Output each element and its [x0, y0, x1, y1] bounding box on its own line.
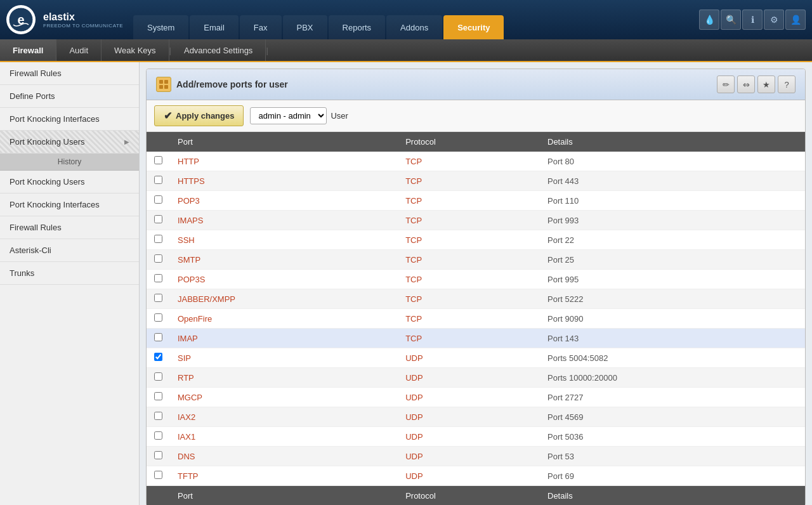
svg-rect-2	[159, 80, 163, 84]
user-label: User	[331, 111, 348, 121]
row-checkbox[interactable]	[154, 195, 162, 204]
topbar-icons: 💧 🔍 ℹ ⚙ 👤	[699, 10, 806, 30]
tfoot-empty	[147, 486, 170, 506]
row-checkbox[interactable]	[154, 372, 162, 381]
sidebar-history-port-knocking-interfaces[interactable]: Port Knocking Interfaces	[0, 193, 139, 216]
tab-reports[interactable]: Reports	[329, 15, 386, 39]
search-icon[interactable]: 🔍	[721, 10, 741, 30]
sidebar-history-port-knocking-users[interactable]: Port Knocking Users	[0, 171, 139, 193]
row-checkbox[interactable]	[154, 274, 162, 282]
sidebar-item-label: Trunks	[10, 268, 34, 278]
row-details: Port 80	[540, 152, 805, 171]
th-port: Port	[170, 132, 398, 152]
content: Add/remove ports for user ✏ ⇔ ★ ? ✔ Appl…	[140, 62, 812, 505]
logo-sub: FREEDOM TO COMMUNICATE	[43, 23, 123, 29]
subnav-weak-keys[interactable]: Weak Keys	[102, 39, 169, 61]
row-details: Port 5036	[540, 427, 805, 447]
subnav-advanced-settings[interactable]: Advanced Settings	[171, 39, 266, 61]
chevron-right-icon: ▶	[124, 138, 129, 145]
row-port: DNS	[170, 447, 398, 466]
row-checkbox[interactable]	[154, 313, 162, 322]
sidebar-history-firewall-rules[interactable]: Firewall Rules	[0, 216, 139, 239]
table-row: DNSUDPPort 53	[147, 447, 805, 466]
subnav-audit[interactable]: Audit	[56, 39, 102, 61]
row-checkbox[interactable]	[154, 254, 162, 263]
table-row: POP3TCPPort 110	[147, 191, 805, 211]
svg-rect-3	[164, 80, 168, 84]
row-checkbox-cell	[147, 309, 170, 329]
row-checkbox[interactable]	[154, 235, 162, 243]
table-row: TFTPUDPPort 69	[147, 466, 805, 486]
subnav-firewall[interactable]: Firewall	[0, 39, 56, 61]
history-header: History	[0, 154, 139, 171]
row-protocol: UDP	[398, 407, 540, 427]
row-details: Ports 5004:5082	[540, 348, 805, 368]
row-checkbox[interactable]	[154, 215, 162, 223]
tab-security[interactable]: Security	[443, 15, 504, 39]
topbar: e elastix FREEDOM TO COMMUNICATE System …	[0, 0, 812, 39]
svg-rect-4	[159, 85, 163, 89]
row-checkbox[interactable]	[154, 431, 162, 440]
panel-title: Add/remove ports for user	[156, 77, 288, 92]
sidebar-history-asterisk-cli[interactable]: Asterisk-Cli	[0, 239, 139, 262]
droplet-icon[interactable]: 💧	[699, 10, 719, 30]
sidebar-item-port-knocking-users[interactable]: Port Knocking Users ▶	[0, 131, 139, 154]
row-checkbox[interactable]	[154, 156, 162, 164]
row-checkbox[interactable]	[154, 451, 162, 459]
tab-fax[interactable]: Fax	[240, 15, 282, 39]
sidebar-item-label: Port Knocking Interfaces	[10, 200, 100, 209]
row-port: SSH	[170, 230, 398, 250]
settings-icon[interactable]: ⚙	[764, 10, 784, 30]
logo-icon: e	[6, 5, 36, 34]
split-btn[interactable]: ⇔	[737, 75, 755, 93]
row-protocol: TCP	[398, 309, 540, 329]
row-details: Port 993	[540, 211, 805, 230]
tab-addons[interactable]: Addons	[386, 15, 442, 39]
row-port: TFTP	[170, 466, 398, 486]
row-checkbox-cell	[147, 230, 170, 250]
info-icon[interactable]: ℹ	[742, 10, 763, 30]
apply-changes-button[interactable]: ✔ Apply changes	[154, 105, 244, 126]
tfoot-protocol: Protocol	[398, 486, 540, 506]
row-protocol: TCP	[398, 329, 540, 348]
sidebar-history-trunks[interactable]: Trunks	[0, 262, 139, 285]
row-checkbox-cell	[147, 466, 170, 486]
toolbar: ✔ Apply changes admin - admin User	[147, 100, 805, 132]
row-checkbox[interactable]	[154, 333, 162, 341]
help-btn[interactable]: ?	[778, 75, 796, 93]
sidebar-item-port-knocking-interfaces[interactable]: Port Knocking Interfaces	[0, 108, 139, 131]
row-port: IMAP	[170, 329, 398, 348]
tab-pbx[interactable]: PBX	[283, 15, 327, 39]
tfoot-details: Details	[540, 486, 805, 506]
row-checkbox[interactable]	[154, 471, 162, 479]
row-checkbox[interactable]	[154, 294, 162, 302]
row-checkbox-cell	[147, 368, 170, 388]
row-details: Port 5222	[540, 289, 805, 309]
row-checkbox[interactable]	[154, 176, 162, 184]
sidebar-item-firewall-rules[interactable]: Firewall Rules	[0, 62, 139, 85]
row-protocol: UDP	[398, 447, 540, 466]
row-checkbox[interactable]	[154, 412, 162, 420]
row-checkbox-cell	[147, 171, 170, 191]
row-protocol: UDP	[398, 466, 540, 486]
star-btn[interactable]: ★	[757, 75, 775, 93]
table-row: HTTPSTCPPort 443	[147, 171, 805, 191]
sidebar-item-label: Firewall Rules	[10, 223, 62, 232]
table-row: IAX2UDPPort 4569	[147, 407, 805, 427]
row-checkbox[interactable]	[154, 353, 162, 361]
tab-email[interactable]: Email	[190, 15, 239, 39]
row-protocol: TCP	[398, 270, 540, 289]
sidebar-item-define-ports[interactable]: Define Ports	[0, 85, 139, 108]
row-checkbox-cell	[147, 270, 170, 289]
row-checkbox[interactable]	[154, 392, 162, 400]
user-select-wrap: admin - admin User	[250, 107, 348, 124]
tab-system[interactable]: System	[133, 15, 188, 39]
row-protocol: UDP	[398, 388, 540, 407]
user-icon[interactable]: 👤	[785, 10, 806, 30]
logo-name: elastix	[43, 11, 123, 23]
edit-btn[interactable]: ✏	[717, 75, 735, 93]
user-select[interactable]: admin - admin	[250, 107, 327, 124]
sidebar-item-label: Port Knocking Users	[10, 177, 85, 187]
row-checkbox-cell	[147, 388, 170, 407]
row-checkbox-cell	[147, 447, 170, 466]
